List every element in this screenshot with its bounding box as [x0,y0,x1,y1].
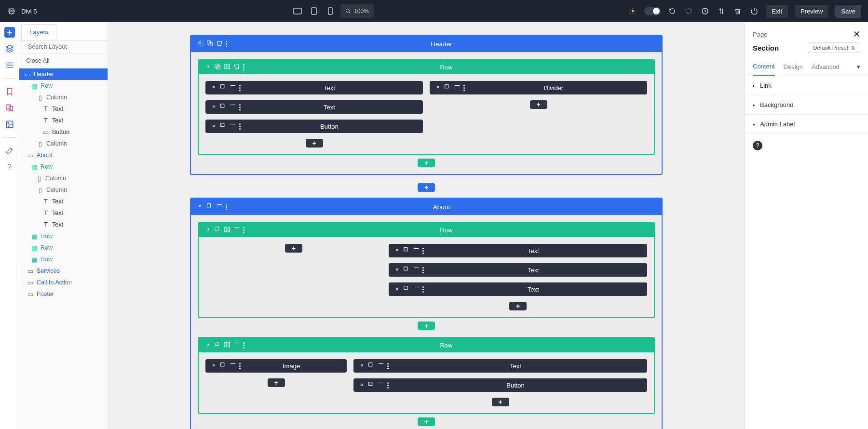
row-block[interactable]: Row + [198,222,655,318]
columns-icon[interactable] [224,341,231,349]
gear-icon[interactable] [434,84,441,92]
tree-column[interactable]: ▯ Column [19,173,108,184]
trash-icon[interactable] [413,247,420,255]
tree-section-footer[interactable]: ▭ Footer [19,288,108,300]
undo-icon[interactable] [667,6,677,16]
duplicate-icon[interactable] [214,226,221,234]
trash-icon[interactable] [230,103,236,111]
columns-icon[interactable] [224,226,231,234]
trash-icon[interactable] [454,84,461,92]
search-layout-input[interactable] [28,43,104,50]
desktop-view-icon[interactable] [291,5,304,17]
trash-icon[interactable] [233,341,240,349]
preview-button[interactable]: Preview [795,5,828,18]
panel-background[interactable]: ▸ Background [745,95,868,115]
close-all-button[interactable]: Close All [19,54,108,68]
add-module-button[interactable]: + [530,100,547,109]
duplicate-icon[interactable] [403,285,410,294]
help-icon[interactable]: ? [753,141,762,150]
trash-icon[interactable] [233,226,240,234]
tree-button[interactable]: ▭ Button [19,126,108,138]
columns-icon[interactable] [224,63,231,71]
trash-icon[interactable] [378,381,384,389]
duplicate-icon[interactable] [403,247,410,255]
module-text[interactable]: Text [205,81,423,94]
tree-column[interactable]: ▯ Column [19,184,108,196]
tree-section-services[interactable]: ▭ Services [19,265,108,277]
module-text[interactable]: Text [389,263,647,277]
section-about[interactable]: About Row [190,198,663,429]
trash-icon[interactable] [230,122,236,131]
close-icon[interactable]: ✕ [853,29,860,40]
add-row-button[interactable]: + [418,322,435,330]
tree-column[interactable]: ▯ Column [19,138,108,149]
tab-advanced[interactable]: Advanced [812,58,840,75]
gear-icon[interactable] [358,362,365,370]
canvas[interactable]: Header Row [108,22,745,429]
tree-text[interactable]: T Text [19,207,108,219]
add-module-button[interactable]: + [285,244,302,253]
tree-row[interactable]: ▦ Row [19,254,108,265]
bookmark2-rail-icon[interactable] [4,103,15,113]
redo-icon[interactable] [684,6,693,16]
row-block[interactable]: Row [198,59,655,155]
module-text[interactable]: Text [389,244,647,257]
tree-text[interactable]: T Text [19,103,108,115]
power-icon[interactable] [749,6,759,16]
module-image[interactable]: Image [205,359,347,373]
gear-icon[interactable] [210,84,217,92]
layers-tab[interactable]: Layers [21,24,56,40]
panel-link[interactable]: ▸ Link [745,76,868,95]
add-module-button[interactable]: + [492,398,509,406]
gear-icon[interactable] [204,63,211,71]
arrows-vert-icon[interactable] [717,6,726,16]
duplicate-icon[interactable] [220,122,227,131]
duplicate-icon[interactable] [368,381,375,389]
tree-section-cta[interactable]: ▭ Call to Action [19,277,108,288]
trash-icon[interactable] [216,40,223,48]
theme-toggle[interactable] [644,7,661,15]
module-button[interactable]: Button [205,120,423,133]
duplicate-icon[interactable] [220,84,227,92]
save-button[interactable]: Save [835,5,861,18]
add-module-button[interactable]: + [268,378,285,387]
duplicate-icon[interactable] [403,266,410,274]
gear-icon[interactable] [210,122,217,131]
add-element-button[interactable] [4,27,15,38]
row-block[interactable]: Row [198,337,655,414]
tree-section-header[interactable]: ▭ Header [19,68,108,80]
tree-row[interactable]: ▦ Row [19,161,108,173]
duplicate-icon[interactable] [220,362,227,370]
panel-admin-label[interactable]: ▸ Admin Label [745,115,868,134]
tree-text[interactable]: T Text [19,196,108,207]
module-text[interactable]: Text [205,100,423,114]
gear-icon[interactable] [210,362,217,370]
trash-icon[interactable] [230,84,236,92]
duplicate-icon[interactable] [214,341,221,349]
tree-section-about[interactable]: ▭ About [19,149,108,161]
section-header[interactable]: Header Row [190,35,663,175]
module-text[interactable]: Text [389,282,647,296]
trash-icon[interactable] [413,285,420,294]
tree-row[interactable]: ▦ Row [19,230,108,242]
tab-design[interactable]: Design [784,58,803,75]
tree-row[interactable]: ▦ Row [19,80,108,92]
bookmark-rail-icon[interactable] [4,86,15,97]
history-icon[interactable] [700,6,710,16]
duplicate-icon[interactable] [214,63,221,71]
gear-icon[interactable] [7,6,16,16]
module-text[interactable]: Text [353,359,647,373]
trash-icon[interactable] [230,362,236,370]
gear-icon[interactable] [197,203,203,211]
help-rail-icon[interactable]: ? [4,162,15,173]
gear-icon[interactable] [358,381,365,389]
add-row-button[interactable]: + [418,159,435,167]
image-rail-icon[interactable] [4,119,15,130]
trash-icon[interactable] [233,63,240,71]
breadcrumb-page[interactable]: Page [753,31,767,38]
zoom-input[interactable]: 100% [340,4,374,18]
duplicate-icon[interactable] [206,40,213,48]
gear-icon[interactable] [204,226,211,234]
preset-dropdown[interactable]: Default Preset ⇅ [808,42,860,53]
tree-text[interactable]: T Text [19,219,108,230]
